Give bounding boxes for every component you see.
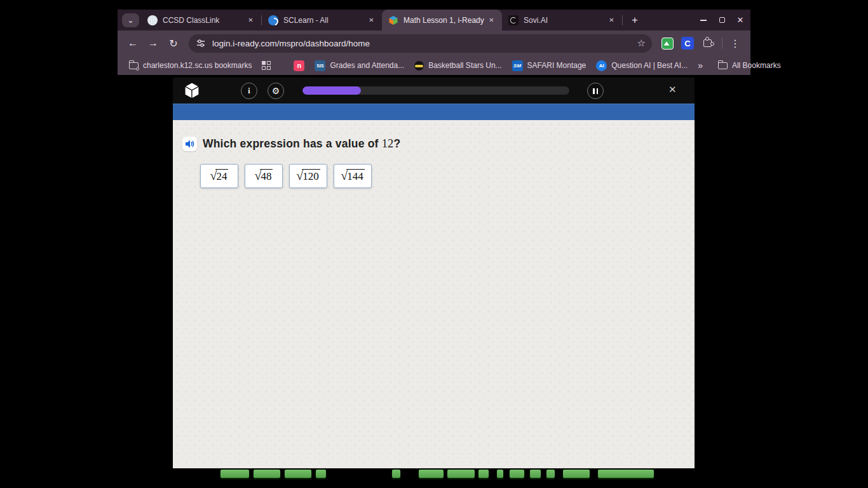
back-button[interactable]: ← [124, 34, 142, 52]
glitch-block [392, 470, 400, 478]
tab-title: CCSD ClassLink [163, 16, 245, 25]
url-bar[interactable]: login.i-ready.com/mspro/dashboard/home ☆ [189, 34, 652, 53]
forward-button[interactable]: → [144, 34, 162, 52]
sqrt-icon: √ [255, 169, 262, 182]
bookmark-label: SAFARI Montage [527, 61, 587, 70]
c-badge: C [681, 37, 694, 50]
basketball-icon [414, 61, 424, 71]
question-value: 12 [382, 137, 394, 150]
tab-close-icon[interactable]: ✕ [486, 15, 497, 25]
read-aloud-button[interactable] [182, 137, 197, 151]
managed-folder-icon [129, 62, 139, 69]
close-window-button[interactable]: ✕ [735, 15, 745, 25]
tab-sclearn[interactable]: SCLearn - All ✕ [262, 10, 382, 30]
screenshot-extension-icon[interactable] [660, 36, 674, 50]
radicand: 144 [346, 169, 365, 183]
answers-row: √24 √48 √120 √144 [200, 164, 695, 188]
radicand: 24 [215, 169, 228, 183]
tab-close-icon[interactable]: ✕ [366, 15, 377, 25]
minimize-button[interactable] [698, 15, 709, 25]
toolbar-separator [722, 37, 722, 49]
lesson-progress-fill [302, 86, 361, 95]
bookmark-naviance[interactable]: n [294, 60, 304, 71]
answer-sqrt-48[interactable]: √48 [245, 164, 283, 188]
lesson-progress-bar [302, 86, 569, 95]
bookmark-question-ai[interactable]: AI Question AI | Best AI... [596, 60, 688, 71]
reload-button[interactable]: ↻ [165, 34, 182, 52]
puzzle-icon [702, 37, 714, 49]
grid-icon [262, 61, 271, 70]
sqrt-icon: √ [341, 169, 348, 182]
bookmark-grades[interactable]: SIS Grades and Attenda... [315, 60, 404, 71]
speaker-icon [185, 139, 195, 149]
managed-bookmarks-folder[interactable]: charleston.k12.sc.us bookmarks [129, 61, 252, 70]
iready-cube-favicon-icon [388, 15, 398, 25]
tab-search-button[interactable]: ⌄ [122, 13, 139, 27]
info-button[interactable]: i [241, 83, 257, 99]
screen: ⌄ CCSD ClassLink ✕ SCLearn - All ✕ [0, 0, 868, 488]
image-icon [661, 37, 674, 50]
bookmark-label: Question AI | Best AI... [611, 61, 688, 70]
tab-sovi-ai[interactable]: Sovi.AI ✕ [502, 10, 622, 30]
browser-menu-button[interactable]: ⋮ [726, 37, 744, 50]
glitch-block [530, 470, 541, 478]
answer-sqrt-144[interactable]: √144 [334, 164, 372, 188]
iready-lesson-frame: i ⚙ ✕ [173, 78, 695, 468]
sclearn-favicon-icon [268, 15, 278, 25]
url-text[interactable]: login.i-ready.com/mspro/dashboard/home [212, 39, 632, 48]
radicand: 48 [260, 169, 273, 183]
bookmark-basketball-stars[interactable]: Basketball Stars Un... [414, 61, 501, 71]
all-bookmarks-button[interactable]: All Bookmarks [718, 61, 781, 70]
glitch-block [478, 470, 489, 478]
glitch-block [254, 470, 280, 478]
close-lesson-button[interactable]: ✕ [668, 84, 677, 95]
maximize-button[interactable] [717, 15, 727, 25]
question-prefix: Which expression has a value of [203, 137, 382, 150]
info-icon: i [248, 86, 250, 96]
browser-window: ⌄ CCSD ClassLink ✕ SCLearn - All ✕ [118, 10, 750, 468]
question-text: Which expression has a value of 12? [203, 137, 400, 151]
tab-math-lesson-active[interactable]: Math Lesson 1, i-Ready ✕ [382, 10, 502, 30]
pause-button[interactable] [587, 83, 604, 99]
bookmark-label: Basketball Stars Un... [428, 61, 501, 70]
site-settings-icon[interactable] [195, 37, 207, 49]
extensions-button[interactable] [701, 36, 715, 50]
radicand: 120 [302, 169, 320, 183]
glitch-block [419, 470, 444, 478]
lesson-header: i ⚙ ✕ [173, 78, 695, 104]
classlink-favicon-icon [147, 15, 158, 25]
tab-close-icon[interactable]: ✕ [606, 15, 617, 25]
question-suffix: ? [394, 137, 401, 150]
bookmark-label: Grades and Attenda... [330, 61, 404, 70]
settings-button[interactable]: ⚙ [268, 83, 284, 99]
c-extension-icon[interactable]: C [681, 36, 695, 50]
tab-separator [622, 15, 623, 25]
lesson-content: Which expression has a value of 12? √24 … [173, 120, 695, 468]
tab-close-icon[interactable]: ✕ [245, 15, 256, 25]
bookmark-safari-montage[interactable]: SM SAFARI Montage [512, 60, 587, 71]
glitch-block [316, 470, 326, 478]
tab-strip: ⌄ CCSD ClassLink ✕ SCLearn - All ✕ [118, 10, 750, 30]
sqrt-icon: √ [210, 169, 217, 182]
bookmark-star-icon[interactable]: ☆ [637, 37, 646, 49]
tab-ccsd-classlink[interactable]: CCSD ClassLink ✕ [141, 10, 261, 30]
new-tab-button[interactable]: + [627, 12, 643, 29]
answer-sqrt-24[interactable]: √24 [200, 164, 238, 188]
maximize-icon [719, 17, 725, 23]
glitch-text-row [0, 470, 868, 480]
apps-grid-button[interactable] [262, 61, 271, 70]
browser-toolbar: ← → ↻ login.i-ready.com/mspro/dashboard/… [118, 30, 750, 56]
sqrt-icon: √ [296, 169, 303, 182]
gear-icon: ⚙ [272, 86, 280, 96]
page-content: i ⚙ ✕ [118, 75, 750, 468]
safari-montage-icon: SM [512, 60, 523, 71]
glitch-block [220, 470, 249, 478]
answer-sqrt-120[interactable]: √120 [289, 164, 327, 188]
pause-icon [593, 88, 595, 94]
question-ai-icon: AI [596, 60, 607, 71]
all-bookmarks-label: All Bookmarks [732, 61, 781, 70]
bookmarks-overflow-button[interactable]: » [698, 60, 703, 71]
glitch-block [598, 470, 654, 478]
chevron-down-icon: ⌄ [127, 16, 133, 25]
lesson-banner [173, 104, 695, 120]
